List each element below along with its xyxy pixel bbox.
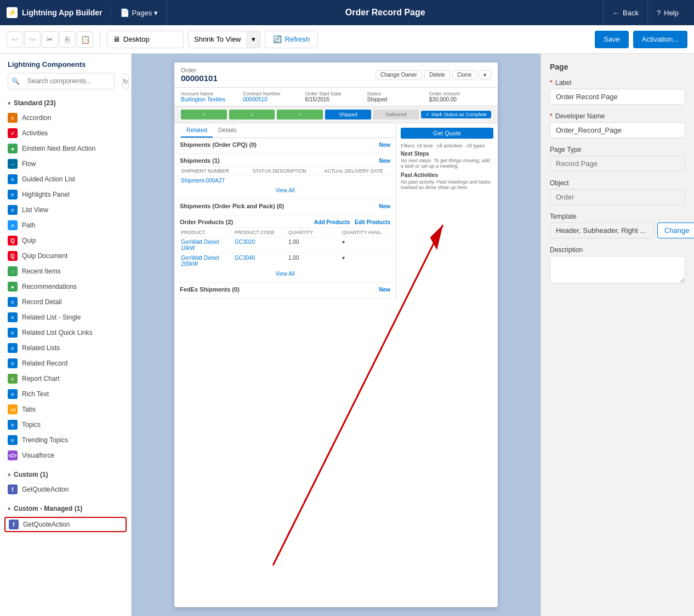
custom-managed-section-header[interactable]: ▾ Custom - Managed (1) [0,501,131,516]
product1-name[interactable]: GenWatt Diesel 10kW [180,238,229,252]
preview-body: Related Details Shipments (Order CPQ) (0… [174,123,498,299]
get-quote-custom-label: GetQuoteAction [22,486,69,493]
component-item-related-lists[interactable]: ≡ Related Lists [0,340,131,356]
left-sidebar: Lightning Components 🔍 ↻ ▾ Standard (23)… [0,54,132,616]
preview-order-products: Order Products (2) Add Products Edit Pro… [174,215,396,283]
order-products-header: PRODUCT PRODUCT CODE QUANTITY QUANTITY A… [180,227,390,237]
component-item-rich-text[interactable]: ≡ Rich Text [0,386,131,402]
custom-managed-section-label: Custom - Managed (1) [14,505,82,512]
cut-button[interactable]: ✂ [42,31,58,48]
back-button[interactable]: ← Back [603,0,647,25]
description-field-group: Description [550,246,685,285]
component-item-quip[interactable]: Q Quip [0,233,131,248]
paste-button[interactable]: 📋 [77,31,93,48]
activation-button[interactable]: Activation... [633,31,687,48]
standard-section-header[interactable]: ▾ Standard (23) [0,96,131,110]
label-field-group: * Label [550,79,685,105]
component-item-highlights[interactable]: ≡ Highlights Panel [0,187,131,202]
preview-field-account: Account Name Burlington Textiles [181,91,243,102]
order-products-view-all[interactable]: View All [180,269,390,279]
component-item-trending-topics[interactable]: ≡ Trending Topics [0,432,131,448]
copy-button[interactable]: ⎘ [59,31,76,48]
highlights-label: Highlights Panel [22,191,70,198]
record-detail-icon: ≡ [8,297,18,307]
product2-name[interactable]: GenWatt Diesel 200kW [180,254,229,267]
standard-section-label: Standard (23) [14,99,56,107]
page-type-field-label: Page Type [550,146,685,153]
preview-fedex: FedEx Shipments (0) New [174,283,396,299]
brand-label: Lightning App Builder [22,8,102,17]
progress-step-1: ✓ [181,110,227,119]
label-input[interactable] [550,89,685,105]
component-item-report-chart[interactable]: ≡ Report Chart [0,371,131,386]
save-button[interactable]: Save [595,31,629,48]
recommendations-label: Recommendations [22,283,77,290]
shipment-number[interactable]: Shipment-000A27 [180,177,247,184]
dev-name-input[interactable] [550,122,685,138]
preview-header: Order 00000101 Change Owner Delete Clone… [174,62,498,88]
component-item-tabs[interactable]: ▭ Tabs [0,402,131,417]
pages-chevron-icon: ▾ [154,9,158,17]
component-item-recommendations[interactable]: ● Recommendations [0,279,131,294]
rich-text-label: Rich Text [22,390,49,398]
component-item-quip-doc[interactable]: Q Quip Document [0,248,131,264]
preview-delete-button[interactable]: Delete [424,70,450,79]
search-row: 🔍 ↻ [0,73,131,96]
shipments-view-all[interactable]: View All [180,185,390,196]
op-col4-header: QUANTITY AVAIL. [341,229,390,236]
component-item-accordion[interactable]: ≡ Accordion [0,110,131,126]
dev-name-field-group: * Developer Name [550,112,685,138]
custom-chevron-icon: ▾ [8,472,10,478]
preview-change-owner-button[interactable]: Change Owner [376,70,422,79]
component-item-flow[interactable]: → Flow [0,156,131,172]
op-col3-header: QUANTITY [287,229,337,236]
search-input[interactable] [23,77,114,85]
device-selector[interactable]: 🖥 Desktop [107,31,184,48]
pages-menu[interactable]: 📄 Pages ▾ [111,0,167,25]
shipments-new-link[interactable]: New [379,158,390,164]
get-quote-custom-icon: f [8,484,18,494]
change-template-button[interactable]: Change [657,223,694,238]
shipments-col3-header: ACTUAL DELIVERY DATE [323,168,390,174]
view-selector[interactable]: Shrink To View ▾ [188,31,260,48]
fedex-new-link[interactable]: New [379,287,390,293]
refresh-components-button[interactable]: ↻ [122,74,129,89]
mark-status-complete-button[interactable]: ✓ Mark Status as Complete [421,111,491,118]
refresh-button[interactable]: 🔄 Refresh [265,31,318,48]
help-button[interactable]: ? Help [647,0,687,25]
component-item-get-quote-managed[interactable]: f GetQuoteAction [4,517,127,532]
component-item-path[interactable]: » Path [0,218,131,233]
order-products-links[interactable]: Add Products Edit Products [314,219,390,225]
component-item-visualforce[interactable]: </> Visualforce [0,448,131,463]
past-activities-empty: No past activity. Past meetings and task… [401,179,493,190]
undo-button[interactable]: ↩ [7,31,23,48]
component-item-get-quote-custom[interactable]: f GetQuoteAction [0,482,131,497]
search-bar[interactable]: 🔍 [8,73,115,89]
get-quote-button[interactable]: Get Quote [401,128,493,139]
past-activities-section: Past Activities No past activity. Past m… [401,172,493,190]
preview-clone-button[interactable]: Clone [452,70,476,79]
component-item-einstein[interactable]: ● Einstein Next Best Action [0,141,131,156]
component-item-list-view[interactable]: ≡ List View [0,202,131,218]
component-item-record-detail[interactable]: ≡ Record Detail [0,294,131,310]
component-item-topics[interactable]: ≡ Topics [0,417,131,432]
quip-doc-label: Quip Document [22,252,67,260]
tab-related[interactable]: Related [181,123,213,138]
custom-section-header[interactable]: ▾ Custom (1) [0,467,131,482]
shipments-pickpack-new-link[interactable]: New [379,203,390,209]
preview-status-value: Shipped [367,96,429,102]
shipments-cpq-new-link[interactable]: New [379,142,390,148]
help-icon: ? [657,9,661,17]
component-item-related-list-quick-links[interactable]: ≡ Related List Quick Links [0,325,131,340]
view-selector-arrow-icon: ▾ [247,31,260,48]
component-item-guided-action[interactable]: ≡ Guided Action List [0,172,131,187]
preview-more-button[interactable]: ▾ [479,70,491,79]
component-item-activities[interactable]: ✓ Activities [0,126,131,141]
component-item-recent-items[interactable]: ○ Recent Items [0,264,131,279]
related-record-icon: ≡ [8,358,18,368]
component-item-related-record[interactable]: ≡ Related Record [0,356,131,371]
component-item-related-list-single[interactable]: ≡ Related List - Single [0,310,131,325]
tab-detail[interactable]: Details [213,123,242,138]
description-textarea[interactable] [550,256,685,283]
redo-button[interactable]: ↪ [24,31,41,48]
